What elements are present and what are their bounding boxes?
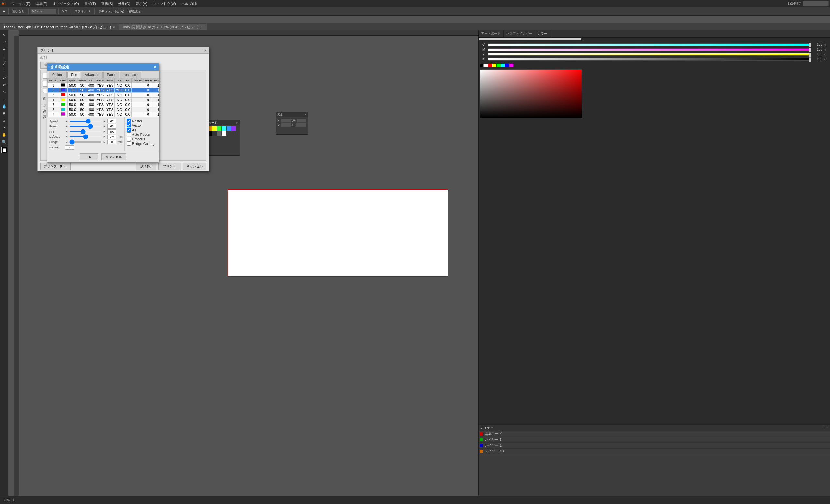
defocus-check[interactable] <box>127 137 131 141</box>
tool-mesh[interactable]: # <box>1 117 7 124</box>
menu-help[interactable]: ヘルプ(H) <box>179 1 199 7</box>
pen-table-row[interactable]: 7 50.0 50 400 YES YES NO 0.0 0 1 <box>47 112 159 117</box>
y-slider[interactable] <box>488 53 811 56</box>
menu-format[interactable]: 書式(T) <box>82 1 99 7</box>
toolbar-doc-setup[interactable]: ドキュメント設定 <box>97 8 125 14</box>
tab-paper[interactable]: Paper <box>103 72 119 78</box>
stroke-color[interactable] <box>3 148 6 152</box>
tool-zoom[interactable]: 🔍 <box>1 139 7 145</box>
pen-table-row[interactable]: 5 50.0 50 400 YES YES NO 0.0 0 1 <box>47 102 159 107</box>
power-value[interactable]: 68 <box>107 124 117 129</box>
m-slider[interactable] <box>488 48 811 51</box>
power-slider[interactable] <box>69 126 102 127</box>
bridge-slider[interactable] <box>69 141 102 143</box>
pen-dialog-close[interactable]: × <box>154 65 156 69</box>
pen-cancel-button[interactable]: キャンセル <box>101 153 126 161</box>
sw-10[interactable] <box>212 131 217 136</box>
repeat-value[interactable]: 1 <box>65 145 74 150</box>
tab-pen[interactable]: Pen <box>67 72 81 78</box>
toolbar-style[interactable]: スタイル ▼ <box>73 8 93 14</box>
speed-slider[interactable] <box>69 121 102 122</box>
search-box[interactable] <box>803 1 829 6</box>
w-input[interactable] <box>297 119 307 123</box>
panel-tab-pathfinder[interactable]: パスファインダー <box>504 30 535 37</box>
transform-close[interactable]: × <box>305 113 307 116</box>
tab-2[interactable]: halo [更新済み] ai @ 78.67% (RGB/プレビュー) × <box>119 24 207 30</box>
pen-table-row[interactable]: 1 50.0 30 400 YES YES NO 0.0 0 1 <box>47 83 159 88</box>
layer-item-3[interactable]: レイヤー 3 <box>479 437 830 443</box>
swatch-green[interactable] <box>497 64 501 67</box>
layers-add-icon[interactable]: + <box>823 426 825 430</box>
ppi-value[interactable]: 400 <box>107 129 117 134</box>
swatch-red[interactable] <box>488 64 492 67</box>
swatch-cyan[interactable] <box>501 64 505 67</box>
swatch-blue[interactable] <box>505 64 509 67</box>
ppi-slider[interactable] <box>69 131 102 132</box>
tab-options[interactable]: Options <box>49 72 67 78</box>
x-input[interactable] <box>281 119 291 123</box>
autofocus-check[interactable] <box>127 132 131 136</box>
tool-gradient[interactable]: ■ <box>1 110 7 117</box>
pen-table-row[interactable]: 6 50.0 50 400 YES YES NO 0.0 0 1 <box>47 107 159 112</box>
next-button[interactable]: 次了(N) <box>135 163 156 170</box>
c-slider[interactable] <box>488 43 811 46</box>
air-check[interactable] <box>127 128 131 132</box>
menu-object[interactable]: オブジェクト(O) <box>50 1 82 7</box>
defocus-slider[interactable] <box>69 136 102 137</box>
y-input[interactable] <box>281 123 291 127</box>
tool-blend[interactable]: ∞ <box>1 96 7 102</box>
tool-line[interactable]: ╱ <box>1 60 7 67</box>
tool-rect[interactable]: □ <box>1 67 7 74</box>
tool-scissors[interactable]: ✂ <box>1 125 7 131</box>
h-input[interactable] <box>296 123 307 127</box>
defocus-value[interactable]: 0.0 <box>107 135 117 139</box>
print-cancel-button[interactable]: キャンセル <box>183 163 206 170</box>
sw-7[interactable] <box>231 126 236 131</box>
tab-language[interactable]: Language <box>120 72 141 78</box>
value-input[interactable]: 0.0 mm <box>30 9 56 14</box>
tab-2-close[interactable]: × <box>200 25 202 29</box>
sw-4[interactable] <box>217 126 221 131</box>
tool-brush[interactable]: 🖌 <box>1 74 7 81</box>
speed-value[interactable]: 60 <box>107 119 117 124</box>
menu-view[interactable]: 表示(V) <box>133 1 150 7</box>
pen-ok-button[interactable]: OK <box>80 153 98 161</box>
menu-select[interactable]: 選択(S) <box>99 1 116 7</box>
vector-check[interactable] <box>127 123 131 127</box>
layer-item-edit[interactable]: 編集モード <box>479 431 830 437</box>
swatch-magenta[interactable] <box>509 64 513 67</box>
color-spectrum[interactable] <box>480 69 582 118</box>
printer-button[interactable]: プリンター(U)... <box>40 163 71 170</box>
layers-del-icon[interactable]: − <box>826 426 828 430</box>
tool-eyedrop[interactable]: 💧 <box>1 103 7 109</box>
tool-pen[interactable]: ✒ <box>1 46 7 53</box>
toolbar-select[interactable]: ▶ <box>1 9 6 13</box>
tab-1-close[interactable]: × <box>113 25 115 29</box>
sw-12[interactable] <box>222 131 226 136</box>
tool-rotate[interactable]: ↺ <box>1 82 7 88</box>
swatches-close[interactable]: × <box>236 121 238 125</box>
swatch-yellow[interactable] <box>492 64 497 67</box>
sw-11[interactable] <box>217 131 221 136</box>
print-dialog-close[interactable]: × <box>204 48 206 53</box>
toolbar-fill[interactable]: 選択なし <box>11 8 26 14</box>
toolbar-env[interactable]: 環境設定 <box>126 8 142 14</box>
toolbar-stroke[interactable]: 5 pt <box>61 9 69 13</box>
swatch-black[interactable] <box>480 64 484 67</box>
menu-edit[interactable]: 編集(E) <box>33 1 50 7</box>
layer-item-1[interactable]: レイヤー 1 <box>479 443 830 448</box>
sw-6[interactable] <box>227 126 231 131</box>
tool-select[interactable]: ↖ <box>1 32 7 38</box>
bridge-value[interactable]: 0 <box>107 140 117 144</box>
menu-file[interactable]: ファイル(F) <box>9 1 33 7</box>
bridge-cutting-check[interactable] <box>127 141 131 145</box>
tab-advanced[interactable]: Advanced <box>81 72 102 78</box>
panel-tab-color[interactable]: カラー <box>535 30 550 37</box>
pen-table-row[interactable]: 2 50 50 400 YES YES YES 0.0 0 1 <box>47 88 159 93</box>
tool-scale[interactable]: ⤡ <box>1 89 7 95</box>
k-slider[interactable] <box>488 58 811 61</box>
sw-3[interactable] <box>212 126 217 131</box>
menu-window[interactable]: ウィンドウ(W) <box>150 1 179 7</box>
fill-color[interactable] <box>1 147 7 153</box>
print-button[interactable]: プリント <box>158 163 181 170</box>
